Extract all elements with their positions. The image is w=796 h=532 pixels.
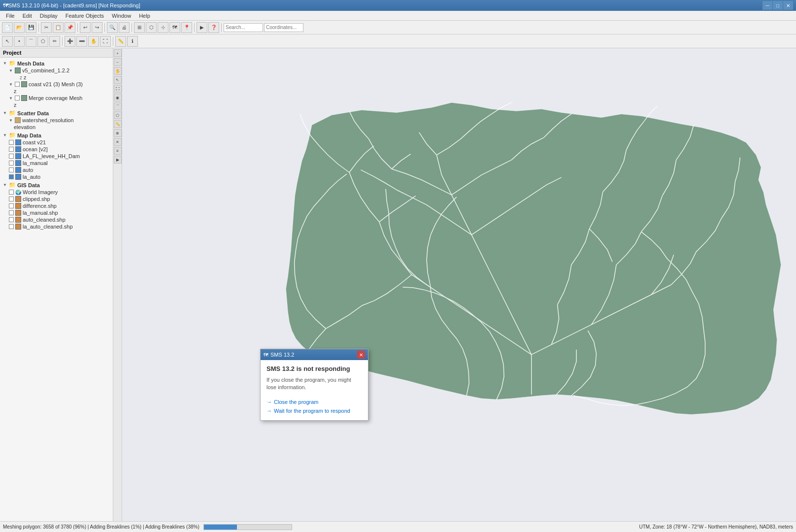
close-program-link[interactable]: → Close the program xyxy=(266,398,362,406)
la-fl-node[interactable]: LA_FL_levee_HH_Dam xyxy=(8,153,111,160)
tool-prop[interactable]: ≡ xyxy=(114,147,122,155)
world-imagery-node[interactable]: 🌍 World Imagery xyxy=(8,189,111,196)
dialog-close-button[interactable]: ✕ xyxy=(357,351,365,359)
auto-cleaned-shp-node[interactable]: auto_cleaned.shp xyxy=(8,216,111,223)
tb-copy[interactable]: 📋 xyxy=(53,22,64,33)
tool-fill[interactable]: ⬠ xyxy=(114,111,122,119)
tool-node[interactable]: ◉ xyxy=(114,94,122,101)
tb-scatter[interactable]: ⊹ xyxy=(158,22,168,33)
menu-edit[interactable]: Edit xyxy=(19,12,36,20)
tree-node-merge: ▼ Merge coverage Mesh z xyxy=(2,95,111,108)
auto-node[interactable]: auto xyxy=(8,166,111,173)
difference-shp-node[interactable]: difference.shp xyxy=(8,202,111,209)
menu-display[interactable]: Display xyxy=(36,12,62,20)
tb2-select[interactable]: ↖ xyxy=(2,36,13,47)
tree-header-mesh[interactable]: ▼ 📁 Mesh Data xyxy=(2,60,111,67)
tb-cut[interactable]: ✂ xyxy=(41,22,52,33)
tb-print[interactable]: 🖨 xyxy=(119,22,130,33)
merge-checkbox[interactable] xyxy=(15,96,20,100)
tool-arc[interactable]: ⌒ xyxy=(114,102,122,110)
tb-zoom[interactable]: 🔍 xyxy=(107,22,118,33)
mesh-data-label: Mesh Data xyxy=(17,61,44,66)
la-manual-shp-node[interactable]: la_manual.shp xyxy=(8,209,111,216)
tb2-zoom-out[interactable]: ➖ xyxy=(76,36,87,47)
scatter-data-label: Scatter Data xyxy=(17,110,49,116)
tb-paste[interactable]: 📌 xyxy=(65,22,75,33)
tb-new[interactable]: 📄 xyxy=(2,22,13,33)
minimize-button[interactable]: ─ xyxy=(763,1,772,10)
tb-map[interactable]: 🗺 xyxy=(169,22,180,33)
tool-run[interactable]: ▶ xyxy=(114,156,122,164)
tb2-measure[interactable]: 📏 xyxy=(115,36,126,47)
tree-header-scatter[interactable]: ▼ 📁 Scatter Data xyxy=(2,109,111,117)
tool-snap[interactable]: ⊕ xyxy=(114,129,122,137)
toolbar-row1: 📄 📂 💾 ✂ 📋 📌 ↩ ↪ 🔍 🖨 ⊞ ⬡ ⊹ 🗺 📍 ▶ ❓ xyxy=(0,21,796,34)
elevation-node[interactable]: elevation xyxy=(8,124,111,131)
clipped-label: clipped.shp xyxy=(23,196,50,202)
tool-zoom-in[interactable]: + xyxy=(114,49,122,57)
menu-feature-objects[interactable]: Feature Objects xyxy=(62,12,108,20)
tool-select[interactable]: ↖ xyxy=(114,76,122,84)
v5-node[interactable]: ▼ v5_combined_1.2.2 xyxy=(8,67,111,74)
tb-mesh[interactable]: ⬡ xyxy=(146,22,157,33)
tree-header-map[interactable]: ▼ 📁 Map Data xyxy=(2,132,111,139)
menu-help[interactable]: Help xyxy=(135,12,154,20)
tb2-info[interactable]: ℹ xyxy=(127,36,138,47)
difference-label: difference.shp xyxy=(23,203,57,209)
ocean-v2-node[interactable]: ocean [v2] xyxy=(8,146,111,153)
clipped-shp-node[interactable]: clipped.shp xyxy=(8,196,111,202)
tb-run[interactable]: ▶ xyxy=(197,22,207,33)
menu-window[interactable]: Window xyxy=(108,12,135,20)
tb-gis[interactable]: 📍 xyxy=(181,22,192,33)
close-button[interactable]: ✕ xyxy=(783,1,793,10)
coast-v21-label: coast v21 xyxy=(23,139,46,145)
auto-cleaned-label: auto_cleaned.shp xyxy=(23,217,66,223)
coast-v21-node[interactable]: coast v21 xyxy=(8,139,111,146)
tb2-arc[interactable]: ⌒ xyxy=(26,36,36,47)
wait-for-program-link[interactable]: → Wait for the program to respond xyxy=(266,406,362,415)
tb-redo[interactable]: ↪ xyxy=(92,22,102,33)
tb2-node[interactable]: • xyxy=(14,36,25,47)
maximize-button[interactable]: □ xyxy=(773,1,783,10)
coast-checkbox[interactable] xyxy=(15,82,20,87)
progress-bar xyxy=(203,524,292,530)
tb-save[interactable]: 💾 xyxy=(26,22,36,33)
tb-help[interactable]: ❓ xyxy=(208,22,219,33)
tb-sep4 xyxy=(132,23,132,32)
la-manual-shp-icon xyxy=(15,210,21,216)
la-fl-icon xyxy=(15,153,21,159)
v5-z-node[interactable]: z z xyxy=(8,74,111,81)
v5-icon xyxy=(15,67,21,73)
tool-fit[interactable]: ⛶ xyxy=(114,85,122,93)
tree-header-gis[interactable]: ▼ 📁 GIS Data xyxy=(2,181,111,189)
coord-input[interactable] xyxy=(264,23,303,32)
tb-undo[interactable]: ↩ xyxy=(80,22,91,33)
tb2-fit[interactable]: ⛶ xyxy=(100,36,111,47)
tb-open[interactable]: 📂 xyxy=(14,22,25,33)
tb2-pan[interactable]: ✋ xyxy=(88,36,99,47)
tb2-polygon[interactable]: ⬠ xyxy=(37,36,48,47)
la-auto-cleaned-shp-node[interactable]: la_auto_cleaned.shp xyxy=(8,223,111,230)
status-bar: Meshing polygon: 3658 of 3780 (96%) | Ad… xyxy=(0,521,796,532)
tb-grid[interactable]: ⊞ xyxy=(134,22,145,33)
tool-zoom-out[interactable]: − xyxy=(114,58,122,66)
clipped-icon xyxy=(15,196,21,202)
dialog-heading: SMS 13.2 is not responding xyxy=(266,365,362,372)
merge-node[interactable]: ▼ Merge coverage Mesh xyxy=(8,95,111,101)
merge-z-node[interactable]: z xyxy=(8,101,111,108)
tree-section-gis: ▼ 📁 GIS Data 🌍 World Imagery clipped.shp xyxy=(2,181,111,230)
map-area[interactable]: 🗺 SMS 13.2 ✕ SMS 13.2 is not responding … xyxy=(122,48,796,521)
tool-pan[interactable]: ✋ xyxy=(114,67,122,75)
menu-bar: File Edit Display Feature Objects Window… xyxy=(0,11,796,21)
watershed-item[interactable]: ▼ watershed_resolution xyxy=(8,117,111,124)
la-auto-node[interactable]: la_auto xyxy=(8,173,111,180)
menu-file[interactable]: File xyxy=(2,12,19,20)
tb2-zoom-in[interactable]: ➕ xyxy=(65,36,75,47)
tool-delete[interactable]: ✕ xyxy=(114,138,122,146)
search-input[interactable] xyxy=(224,23,263,32)
tool-measure[interactable]: 📏 xyxy=(114,120,122,128)
la-manual-node[interactable]: la_manual xyxy=(8,160,111,166)
coast-node[interactable]: ▼ coast v21 (3) Mesh (3) xyxy=(8,81,111,88)
coast-z-node[interactable]: z xyxy=(8,88,111,95)
tb2-edit[interactable]: ✏ xyxy=(49,36,60,47)
